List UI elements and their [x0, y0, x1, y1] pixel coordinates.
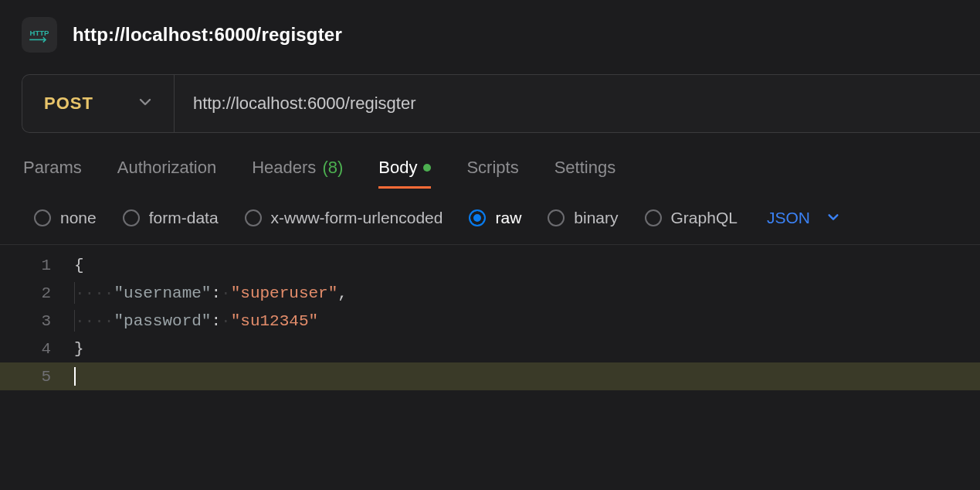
- headers-count-badge: (8): [322, 158, 343, 178]
- body-type-binary[interactable]: binary: [548, 209, 618, 227]
- radio-icon: [123, 209, 140, 226]
- radio-icon: [34, 209, 51, 226]
- radio-icon: [245, 209, 262, 226]
- radio-icon: [645, 209, 662, 226]
- method-selector[interactable]: POST: [22, 75, 175, 132]
- chevron-down-icon: [827, 209, 839, 227]
- body-format-selector[interactable]: JSON: [767, 209, 839, 227]
- tab-body[interactable]: Body: [378, 158, 431, 189]
- radio-icon: [469, 209, 486, 226]
- request-title: http://localhost:6000/regisgter: [73, 24, 342, 46]
- request-bar: POST: [22, 74, 980, 133]
- line-number: 3: [0, 312, 74, 330]
- url-input[interactable]: [175, 75, 980, 132]
- chevron-down-icon: [138, 95, 152, 112]
- json-editor[interactable]: 1 { 2 ····"username":·"superuser", 3 ···…: [0, 245, 980, 390]
- body-type-selector: none form-data x-www-form-urlencoded raw…: [0, 189, 980, 245]
- tab-headers[interactable]: Headers (8): [252, 158, 343, 189]
- body-type-graphql[interactable]: GraphQL: [645, 209, 738, 227]
- svg-text:HTTP: HTTP: [29, 29, 49, 37]
- tab-settings[interactable]: Settings: [554, 158, 616, 189]
- body-modified-indicator: [423, 164, 431, 172]
- line-number: 2: [0, 284, 74, 302]
- tab-authorization[interactable]: Authorization: [117, 158, 216, 189]
- body-type-none[interactable]: none: [34, 209, 97, 227]
- method-label: POST: [44, 94, 93, 114]
- line-number: 5: [0, 368, 74, 386]
- body-type-raw[interactable]: raw: [469, 209, 521, 227]
- radio-icon: [548, 209, 565, 226]
- body-type-form-data[interactable]: form-data: [123, 209, 219, 227]
- http-icon: HTTP: [22, 17, 57, 53]
- line-number: 4: [0, 340, 74, 358]
- request-tabs: Params Authorization Headers (8) Body Sc…: [0, 133, 980, 189]
- text-cursor: [74, 367, 76, 386]
- line-number: 1: [0, 257, 74, 274]
- editor-active-line: 5: [0, 362, 980, 390]
- tab-params[interactable]: Params: [23, 158, 82, 189]
- tab-scripts[interactable]: Scripts: [466, 158, 518, 189]
- body-type-urlencoded[interactable]: x-www-form-urlencoded: [245, 209, 443, 227]
